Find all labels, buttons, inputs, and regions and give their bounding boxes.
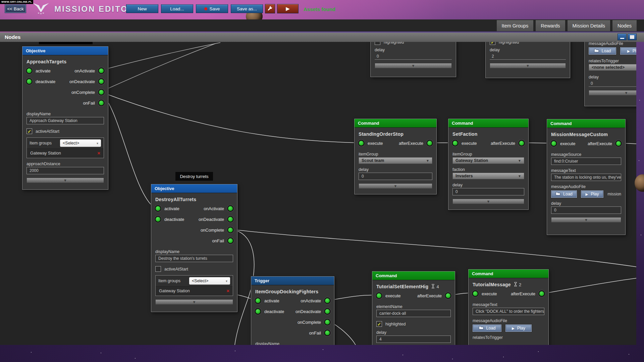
new-button[interactable]: New: [126, 4, 158, 13]
node-command-set-faction[interactable]: Command SetFaction execute afterExecute …: [448, 119, 529, 210]
port-dot-icon[interactable]: [98, 67, 105, 74]
node-header[interactable]: Command: [547, 119, 625, 128]
port-dot-icon[interactable]: [324, 308, 331, 315]
port-dot-icon[interactable]: [358, 140, 365, 146]
node-graph-canvas[interactable]: Objective ApproachTargets activate onAct…: [0, 42, 636, 345]
node-header[interactable]: Command: [469, 269, 548, 278]
display-name-input[interactable]: Approach Gateway Station: [26, 117, 104, 124]
port-on-complete[interactable]: onComplete: [71, 89, 105, 96]
node-expander[interactable]: ▼: [551, 217, 621, 223]
load-button[interactable]: Load...: [161, 4, 193, 13]
port-on-activate[interactable]: onActivate: [301, 297, 331, 304]
port-on-fail[interactable]: onFail: [309, 329, 331, 336]
port-dot-icon[interactable]: [518, 140, 525, 146]
port-on-complete[interactable]: onComplete: [298, 319, 331, 325]
node-expander[interactable]: ▼: [155, 299, 233, 305]
delay-input[interactable]: 0: [375, 53, 452, 60]
faction-dropdown[interactable]: Invaders▼: [452, 173, 524, 179]
delay-input[interactable]: 4: [376, 336, 451, 343]
port-on-deactivate[interactable]: onDeactivate: [69, 78, 105, 85]
item-groups-select[interactable]: <Select>▾: [189, 277, 230, 285]
port-on-deactivate[interactable]: onDeactivate: [199, 216, 234, 223]
node-command-tutorial-message[interactable]: Command TutorialMessage 2 execute afterE…: [468, 269, 549, 345]
port-on-activate[interactable]: onActivate: [74, 67, 105, 74]
minimize-button[interactable]: [618, 34, 627, 40]
node-header[interactable]: Command: [372, 272, 455, 280]
node-objective-approach-targets[interactable]: Objective ApproachTargets activate onAct…: [22, 46, 108, 190]
port-after-execute[interactable]: afterExecute: [588, 140, 622, 147]
item-group-dropdown[interactable]: Gateway Station▼: [452, 157, 524, 164]
port-dot-icon[interactable]: [376, 292, 382, 299]
node-partial-top-mid[interactable]: ✓highlighted delay 2 ▼: [485, 42, 570, 78]
node-header[interactable]: Trigger: [251, 277, 334, 285]
port-deactivate[interactable]: deactivate: [155, 216, 184, 223]
port-on-fail[interactable]: onFail: [212, 237, 234, 244]
maximize-button[interactable]: [628, 34, 637, 40]
delay-input[interactable]: 0: [589, 80, 636, 87]
play-audio-button[interactable]: ▶Play: [581, 190, 603, 198]
node-expander[interactable]: ▼: [375, 63, 452, 68]
port-after-execute[interactable]: afterExecute: [511, 290, 545, 297]
port-dot-icon[interactable]: [550, 140, 557, 147]
item-group-dropdown[interactable]: Scout team▼: [359, 157, 432, 164]
port-activate[interactable]: activate: [26, 67, 51, 74]
element-name-input[interactable]: carrier-dock-all: [376, 310, 451, 317]
port-dot-icon[interactable]: [155, 216, 161, 223]
load-audio-button[interactable]: Load: [551, 190, 577, 198]
port-dot-icon[interactable]: [227, 237, 234, 244]
node-command-tutorial-set-element[interactable]: Command TutorialSetElementHig 4 execute …: [372, 271, 455, 345]
port-dot-icon[interactable]: [227, 227, 234, 233]
port-execute[interactable]: execute: [376, 292, 401, 299]
port-dot-icon[interactable]: [324, 319, 331, 325]
delay-input[interactable]: 2: [490, 53, 566, 60]
display-name-input[interactable]: Destroy the station's turrets: [155, 255, 233, 262]
node-expander[interactable]: ▼: [589, 90, 636, 96]
port-execute[interactable]: execute: [452, 140, 477, 146]
port-dot-icon[interactable]: [615, 140, 622, 147]
tools-button[interactable]: [265, 4, 275, 13]
port-deactivate[interactable]: deactivate: [26, 78, 55, 85]
port-deactivate[interactable]: deactivate: [255, 308, 284, 315]
port-dot-icon[interactable]: [98, 100, 105, 106]
port-dot-icon[interactable]: [227, 216, 234, 223]
tab-item-groups[interactable]: Item Groups: [497, 20, 534, 31]
message-source-input[interactable]: find:0:Cruiser: [551, 158, 621, 165]
port-dot-icon[interactable]: [98, 78, 105, 85]
node-header[interactable]: Objective: [22, 47, 108, 55]
node-partial-right[interactable]: messageAudioFile Load ▶Play relatesToTri…: [584, 42, 636, 106]
back-button[interactable]: << Back: [5, 4, 26, 13]
item-groups-select[interactable]: <Select>▾: [60, 139, 101, 147]
port-dot-icon[interactable]: [426, 140, 433, 146]
highlighted-checkbox[interactable]: ✓: [376, 321, 382, 327]
port-activate[interactable]: activate: [155, 205, 179, 212]
node-header[interactable]: Command: [355, 119, 436, 128]
delay-input[interactable]: 0: [452, 188, 524, 195]
port-dot-icon[interactable]: [538, 290, 545, 297]
remove-item-icon[interactable]: ×: [97, 151, 100, 155]
tab-nodes[interactable]: Nodes: [612, 20, 637, 31]
port-dot-icon[interactable]: [324, 297, 331, 304]
active-at-start-checkbox[interactable]: ✓: [26, 128, 32, 134]
port-on-complete[interactable]: onComplete: [201, 227, 234, 233]
active-at-start-checkbox[interactable]: [155, 266, 161, 272]
node-header[interactable]: Command: [448, 119, 528, 128]
highlighted-checkbox[interactable]: [375, 42, 380, 45]
port-dot-icon[interactable]: [26, 78, 33, 85]
highlighted-checkbox[interactable]: ✓: [490, 42, 495, 45]
play-audio-button[interactable]: ▶Play: [620, 47, 636, 55]
save-as-button[interactable]: Save as...: [231, 4, 263, 13]
port-after-execute[interactable]: afterExecute: [491, 140, 525, 146]
tab-mission-details[interactable]: Mission Details: [568, 20, 610, 31]
remove-item-icon[interactable]: ×: [226, 289, 229, 293]
load-audio-button[interactable]: Load: [473, 324, 501, 332]
port-after-execute[interactable]: afterExecute: [417, 292, 451, 299]
node-objective-destroy-all-turrets[interactable]: Objective DestroyAllTurrets activate onA…: [151, 184, 237, 312]
port-dot-icon[interactable]: [255, 308, 261, 315]
node-expander[interactable]: ▼: [359, 183, 432, 189]
play-audio-button[interactable]: ▶Play: [505, 324, 532, 332]
message-text-input[interactable]: The station is locking onto us, they've …: [551, 174, 621, 181]
delay-input[interactable]: 0: [551, 206, 621, 214]
node-partial-top-left[interactable]: highlighted delay 0 ▼: [370, 42, 456, 77]
tab-rewards[interactable]: Rewards: [536, 20, 565, 31]
node-expander[interactable]: ▼: [490, 63, 566, 68]
